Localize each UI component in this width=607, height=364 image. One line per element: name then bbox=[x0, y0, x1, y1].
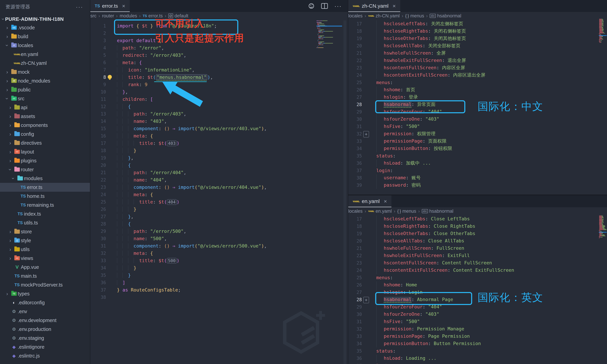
yaml-line-22[interactable]: 22hswholeExitFullScreen: ExitFull bbox=[348, 252, 607, 259]
code-line-6[interactable]: 6 meta: { bbox=[90, 59, 348, 66]
yaml-line-22[interactable]: 22hswholeExitFullScreen: 退出全屏 bbox=[348, 57, 607, 64]
code-line-17[interactable]: 17 title: $t(403) bbox=[90, 140, 348, 147]
tree-item-modules[interactable]: ›modules bbox=[0, 174, 90, 183]
split-editor-icon[interactable] bbox=[321, 3, 328, 9]
code-line-13[interactable]: 13 path: "/error/403", bbox=[90, 110, 348, 117]
yaml-line-31[interactable]: 31hsFive: "500" bbox=[348, 123, 607, 130]
yaml-line-37[interactable]: 37login: bbox=[348, 362, 607, 364]
yaml-line-29[interactable]: 29hsfourZeroFour: "404" bbox=[348, 108, 607, 116]
yaml-line-25[interactable]: 25menus: bbox=[348, 79, 607, 86]
code-line-18[interactable]: 18 } bbox=[90, 147, 348, 154]
tree-item--env[interactable]: ⚙.env bbox=[0, 307, 90, 316]
breadcrumb-item-menus[interactable]: { }menus bbox=[397, 208, 416, 214]
yaml-line-17[interactable]: 17hscloseLeftTabs: Close LeftTabs bbox=[348, 215, 607, 223]
yaml-line-27[interactable]: 27hslogin: Login bbox=[348, 289, 607, 296]
code-editor-content[interactable]: 1import { $t } from "@/plugins/i18n";23e… bbox=[90, 22, 348, 301]
code-line-21[interactable]: 21 path: "/error/404", bbox=[90, 169, 348, 176]
yaml-line-17[interactable]: 17hscloseLeftTabs: 关闭左侧标签页 bbox=[348, 20, 607, 27]
code-line-19[interactable]: 19 }, bbox=[90, 154, 348, 162]
tree-item-mockprodserver-ts[interactable]: TSmockProdServer.ts bbox=[0, 280, 90, 289]
code-line-26[interactable]: 26 } bbox=[90, 206, 348, 213]
tree-item-utils[interactable]: ›utils bbox=[0, 245, 90, 254]
yaml-line-34[interactable]: 34permissionButton: Button Permission bbox=[348, 340, 607, 347]
tree-item-app-vue[interactable]: VApp.vue bbox=[0, 263, 90, 272]
tree-item-en-yaml[interactable]: YAMLen.yaml bbox=[0, 50, 90, 59]
minimap[interactable] bbox=[599, 215, 607, 243]
yaml-line-38[interactable]: 38username: 账号 bbox=[348, 174, 607, 182]
yaml-line-18[interactable]: 18hscloseRightTabs: Close RightTabs bbox=[348, 223, 607, 230]
yaml-line-32[interactable]: 32+permission: 权限管理 bbox=[348, 130, 607, 137]
lightbulb-icon[interactable] bbox=[108, 75, 112, 79]
code-line-10[interactable]: 10 }, bbox=[90, 88, 348, 95]
tree-item-api[interactable]: ›api bbox=[0, 103, 90, 112]
code-line-4[interactable]: 4 path: "/error", bbox=[90, 44, 348, 52]
breadcrumb-item-hsabnormal[interactable]: abchsabnormal bbox=[430, 13, 461, 19]
code-line-2[interactable]: 2 bbox=[90, 29, 348, 37]
yaml-line-37[interactable]: 37login: bbox=[348, 167, 607, 174]
tree-item-main-ts[interactable]: TSmain.ts bbox=[0, 272, 90, 280]
yaml-line-35[interactable]: 35status: bbox=[348, 152, 607, 159]
code-line-33[interactable]: 33 title: $t(500) bbox=[90, 257, 348, 264]
breadcrumb-item-error-ts[interactable]: TSerror.ts bbox=[143, 13, 163, 19]
yaml-line-21[interactable]: 21hswholeFullScreen: FullScreen bbox=[348, 245, 607, 252]
yaml-line-39[interactable]: 39password: 密码 bbox=[348, 182, 607, 189]
yaml-line-29[interactable]: 29hsfourZeroFour: "404" bbox=[348, 303, 607, 311]
tree-item-router[interactable]: ›router bbox=[0, 165, 90, 174]
code-line-16[interactable]: 16 meta: { bbox=[90, 132, 348, 140]
tree-item--env-production[interactable]: ⚙.env.production bbox=[0, 325, 90, 334]
yaml-line-26[interactable]: 26hshome: 首页 bbox=[348, 86, 607, 93]
breadcrumb-item-menus[interactable]: { }menus bbox=[405, 13, 424, 19]
tree-item--vscode[interactable]: ›VS.vscode bbox=[0, 23, 90, 32]
code-line-23[interactable]: 23 component: () ⇒ import("@/views/error… bbox=[90, 183, 348, 191]
breadcrumb-item-modules[interactable]: modules bbox=[120, 13, 137, 19]
editor-scrollbar[interactable] bbox=[343, 20, 346, 364]
tab-en-yaml[interactable]: YAML en.yaml × bbox=[348, 195, 391, 207]
yaml-line-33[interactable]: 33permissionPage: 页面权限 bbox=[348, 137, 607, 145]
tree-item-index-ts[interactable]: TSindex.ts bbox=[0, 209, 90, 218]
code-line-28[interactable]: 28 { bbox=[90, 220, 348, 228]
code-line-1[interactable]: 1import { $t } from "@/plugins/i18n"; bbox=[90, 22, 348, 29]
tree-item-home-ts[interactable]: TShome.ts bbox=[0, 192, 90, 201]
code-line-22[interactable]: 22 name: "404", bbox=[90, 176, 348, 183]
tree-item-views[interactable]: ›<>views bbox=[0, 254, 90, 263]
close-icon[interactable]: × bbox=[122, 3, 125, 9]
yaml-line-18[interactable]: 18hscloseRightTabs: 关闭右侧标签页 bbox=[348, 27, 607, 35]
yaml-line-20[interactable]: 20hscloseAllTabs: Close AllTabs bbox=[348, 237, 607, 245]
code-line-11[interactable]: 11 children: [ bbox=[90, 95, 348, 103]
tree-item-build[interactable]: ›build bbox=[0, 32, 90, 41]
yaml-line-30[interactable]: 30hsfourZeroOne: "403" bbox=[348, 311, 607, 318]
code-editor-content[interactable]: 17hscloseLeftTabs: 关闭左侧标签页18hscloseRight… bbox=[348, 20, 607, 189]
yaml-line-27[interactable]: 27hslogin: 登录 bbox=[348, 93, 607, 101]
tree-item-layout[interactable]: ›<>layout bbox=[0, 147, 90, 156]
code-line-30[interactable]: 30 name: "500", bbox=[90, 235, 348, 242]
tree-item--env-development[interactable]: ⚙.env.development bbox=[0, 316, 90, 325]
tree-item-types[interactable]: ›TStypes bbox=[0, 289, 90, 298]
code-line-12[interactable]: 12 { bbox=[90, 103, 348, 110]
yaml-line-24[interactable]: 24hscontentExitFullScreen: Content ExitF… bbox=[348, 267, 607, 274]
tree-item--eslintrc-js[interactable]: ◆.eslintrc.js bbox=[0, 351, 90, 360]
yaml-line-23[interactable]: 23hscontentFullScreen: Content FullScree… bbox=[348, 259, 607, 267]
code-line-24[interactable]: 24 meta: { bbox=[90, 191, 348, 198]
code-line-36[interactable]: 36 ] bbox=[90, 279, 348, 286]
minimap[interactable] bbox=[316, 20, 342, 51]
tab-error-ts[interactable]: TS error.ts × bbox=[90, 0, 130, 12]
tree-item-remaining-ts[interactable]: TSremaining.ts bbox=[0, 201, 90, 209]
yaml-line-28[interactable]: 28hsabnormal: 异常页面 bbox=[348, 101, 607, 108]
yaml-line-36[interactable]: 36hsLoad: Loading ... bbox=[348, 355, 607, 362]
code-editor-content[interactable]: 17hscloseLeftTabs: Close LeftTabs18hsclo… bbox=[348, 215, 607, 364]
yaml-line-34[interactable]: 34permissionButton: 按钮权限 bbox=[348, 145, 607, 152]
tree-item-mock[interactable]: ›mock bbox=[0, 67, 90, 77]
breadcrumb-item-router[interactable]: router bbox=[102, 13, 114, 19]
code-line-34[interactable]: 34 } bbox=[90, 264, 348, 272]
yaml-line-26[interactable]: 26hshome: Home bbox=[348, 281, 607, 289]
tree-item-zh-cn-yaml[interactable]: YAMLzh-CN.yaml bbox=[0, 59, 90, 67]
tree-item-plugins[interactable]: ›plugins bbox=[0, 156, 90, 165]
yaml-line-20[interactable]: 20hscloseAllTabs: 关闭全部标签页 bbox=[348, 42, 607, 50]
minimap[interactable] bbox=[599, 19, 607, 46]
tree-item-error-ts[interactable]: TSerror.ts bbox=[0, 183, 90, 192]
breadcrumb-item-hsabnormal[interactable]: abchsabnormal bbox=[422, 208, 453, 214]
tree-item-directives[interactable]: ›directives bbox=[0, 139, 90, 147]
code-line-14[interactable]: 14 name: "403", bbox=[90, 117, 348, 125]
code-line-27[interactable]: 27 }, bbox=[90, 213, 348, 220]
yaml-line-19[interactable]: 19hscloseOtherTabs: 关闭其他标签页 bbox=[348, 35, 607, 42]
